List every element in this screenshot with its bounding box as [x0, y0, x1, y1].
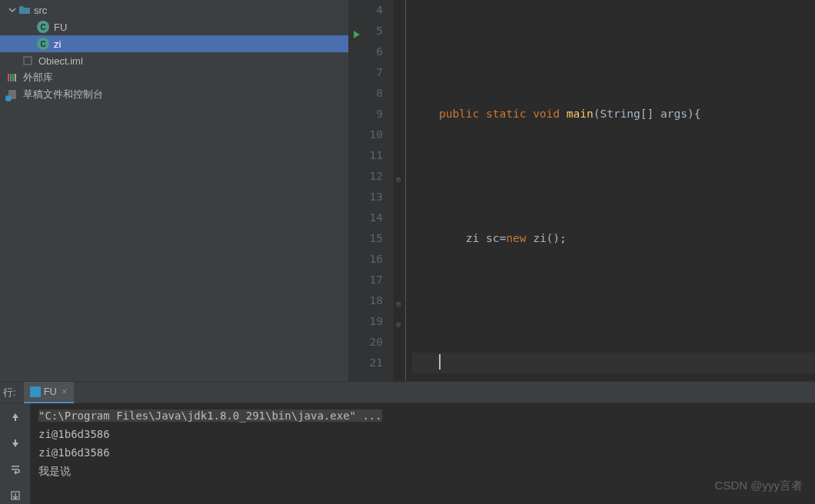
svg-rect-9 — [15, 439, 16, 443]
line-number: 12 — [355, 166, 383, 187]
line-number: 10 — [355, 124, 383, 145]
step-up-button[interactable] — [6, 408, 25, 426]
run-tab-fu[interactable]: FU × — [24, 382, 74, 403]
svg-rect-4 — [12, 74, 14, 81]
fold-marker-icon[interactable]: ⊖ — [396, 169, 401, 190]
line-number: 20 — [355, 332, 383, 353]
console-output[interactable]: "C:\Program Files\Java\jdk1.8.0_291\bin\… — [31, 403, 815, 504]
svg-rect-1 — [25, 58, 31, 64]
code-content[interactable]: public static void main(String[] args){ … — [406, 0, 815, 381]
tree-label: zi — [54, 38, 61, 50]
line-number: 5 — [355, 21, 383, 41]
library-icon — [6, 71, 18, 84]
project-tree: src C FU C zi Obiect.iml 外部库 草 — [0, 0, 349, 381]
tree-class-fu[interactable]: C FU — [0, 18, 348, 35]
scroll-end-button[interactable] — [6, 486, 25, 504]
line-number: 9 — [355, 104, 383, 124]
tree-file-iml[interactable]: Obiect.iml — [0, 52, 348, 69]
folder-icon — [18, 4, 31, 16]
chevron-down-icon — [6, 6, 18, 14]
tree-class-zi[interactable]: C zi — [0, 35, 348, 52]
line-number: 13 — [355, 187, 383, 207]
run-panel: 行: FU × "C:\Program Files\Java\jdk1. — [0, 381, 815, 504]
step-down-button[interactable] — [6, 434, 25, 453]
tree-label: 草稿文件和控制台 — [23, 88, 103, 101]
line-number: 17 — [355, 270, 383, 290]
run-tab-label: FU — [44, 386, 57, 397]
tree-folder-src[interactable]: src — [0, 2, 348, 18]
line-number: 7 — [355, 62, 383, 83]
svg-rect-7 — [32, 389, 38, 395]
line-number: 4 — [355, 0, 383, 21]
line-number: 16 — [355, 249, 383, 270]
run-toolbar — [0, 403, 31, 504]
console-line: zi@1b6d3586 — [38, 425, 807, 443]
code-editor[interactable]: 4 5 6 7 8 9 10 11 12 13 14 15 16 17 18 1… — [349, 0, 815, 381]
svg-rect-3 — [10, 74, 12, 81]
console-line: 我是说 — [38, 462, 807, 480]
line-number: 8 — [355, 83, 383, 104]
line-number: 6 — [355, 41, 383, 62]
console-line: zi@1b6d3586 — [38, 443, 807, 462]
run-tool-label: 行: — [0, 386, 24, 400]
svg-rect-2 — [8, 74, 9, 81]
line-number: 21 — [355, 353, 383, 373]
line-number: 14 — [355, 207, 383, 228]
tree-label: src — [34, 5, 47, 16]
soft-wrap-button[interactable] — [6, 460, 25, 479]
line-number: 11 — [355, 145, 383, 166]
console-exec-line: "C:\Program Files\Java\jdk1.8.0_291\bin\… — [38, 410, 382, 422]
line-number: 15 — [355, 228, 383, 249]
run-config-icon — [30, 386, 41, 397]
module-icon — [22, 55, 34, 67]
line-number: 19 — [355, 311, 383, 332]
fold-column: ⊖ ⊖ ⊖ — [394, 0, 406, 381]
text-caret — [439, 354, 441, 370]
tree-label: FU — [54, 22, 67, 33]
class-icon: C — [37, 21, 49, 33]
editor-gutter: 4 5 6 7 8 9 10 11 12 13 14 15 16 17 18 1… — [349, 0, 394, 381]
close-icon[interactable]: × — [62, 386, 68, 397]
tree-label: Obiect.iml — [38, 55, 83, 67]
run-header: 行: FU × — [0, 382, 815, 403]
tree-scratches[interactable]: 草稿文件和控制台 — [0, 86, 348, 103]
fold-marker-icon[interactable]: ⊖ — [396, 314, 401, 335]
tree-external-libraries[interactable]: 外部库 — [0, 69, 348, 86]
scratch-icon — [6, 88, 18, 101]
line-number: 18 — [355, 290, 383, 311]
tree-label: 外部库 — [23, 71, 53, 85]
svg-rect-5 — [15, 74, 16, 81]
fold-marker-icon[interactable]: ⊖ — [396, 293, 401, 314]
svg-rect-8 — [15, 418, 16, 421]
class-icon: C — [37, 38, 49, 50]
